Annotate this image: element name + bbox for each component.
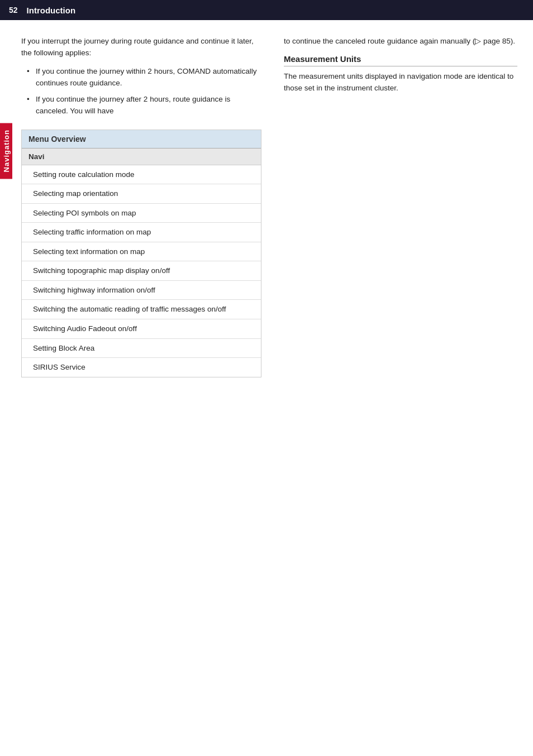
main-content: If you interrupt the journey during rout… — [0, 20, 533, 393]
menu-item-10: Setting Block Area — [22, 339, 261, 358]
menu-item-4: Selecting traffic information on map — [22, 223, 261, 242]
menu-item-5: Selecting text information on map — [22, 242, 261, 262]
bullet-item-1: If you continue the journey within 2 hou… — [27, 66, 261, 89]
menu-item-3: Selecting POI symbols on map — [22, 204, 261, 223]
menu-item-9: Switching Audio Fadeout on/off — [22, 319, 261, 339]
menu-item-6: Switching topographic map display on/off — [22, 261, 261, 281]
menu-item-8: Switching the automatic reading of traff… — [22, 300, 261, 319]
right-column: to continue the canceled route guidance … — [278, 36, 517, 377]
menu-item-7: Switching highway information on/off — [22, 281, 261, 300]
bullet-list: If you continue the journey within 2 hou… — [27, 66, 261, 117]
intro-text: If you interrupt the journey during rout… — [21, 36, 261, 59]
menu-item-1: Setting route calculation mode — [22, 165, 261, 185]
continuation-text: to continue the canceled route guidance … — [284, 36, 517, 47]
left-column: If you interrupt the journey during rout… — [21, 36, 278, 377]
header-title: Introduction — [27, 6, 75, 15]
menu-item-2: Selecting map orientation — [22, 184, 261, 204]
menu-item-11: SIRIUS Service — [22, 358, 261, 377]
header-bar: 52 Introduction — [0, 0, 533, 20]
page-number: 52 — [9, 6, 18, 15]
measurement-units-heading: Measurement Units — [284, 54, 517, 66]
menu-overview-header: Menu Overview — [22, 130, 261, 149]
sidebar-nav-label: Navigation — [0, 123, 12, 179]
menu-section-navi: Navi — [22, 149, 261, 165]
bullet-item-2: If you continue the journey after 2 hour… — [27, 94, 261, 117]
menu-overview-table: Menu Overview Navi Setting route calcula… — [21, 130, 261, 377]
measurement-units-body: The measurement units displayed in navig… — [284, 71, 517, 94]
